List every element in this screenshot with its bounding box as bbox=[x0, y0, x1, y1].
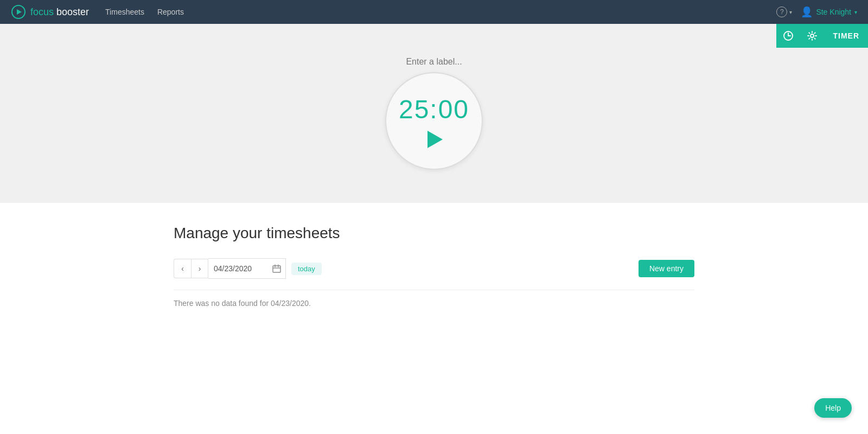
gear-icon bbox=[807, 30, 818, 41]
help-float-btn[interactable]: Help bbox=[814, 398, 852, 418]
question-icon: ? bbox=[776, 7, 787, 17]
no-data-message: There was no data found for 04/23/2020. bbox=[174, 299, 694, 308]
user-dropdown-arrow: ▾ bbox=[854, 9, 857, 15]
timer-section: 25:00 bbox=[0, 24, 868, 203]
section-title: Manage your timesheets bbox=[174, 225, 694, 242]
nav-reports[interactable]: Reports bbox=[157, 8, 184, 16]
help-dropdown-btn[interactable]: ? ▾ bbox=[776, 7, 792, 17]
brand-text: focus booster bbox=[30, 7, 89, 18]
clock-icon bbox=[783, 30, 794, 41]
nav-links: Timesheets Reports bbox=[105, 8, 184, 16]
timer-mode-btn[interactable]: TIMER bbox=[824, 24, 868, 48]
user-name: Ste Knight bbox=[816, 8, 851, 16]
timer-clock-btn[interactable] bbox=[776, 24, 800, 48]
timer-display: 25:00 bbox=[399, 94, 469, 124]
svg-point-5 bbox=[810, 34, 814, 37]
play-button[interactable] bbox=[425, 131, 443, 148]
play-icon bbox=[427, 131, 443, 148]
today-badge[interactable]: today bbox=[291, 263, 322, 275]
new-entry-btn[interactable]: New entry bbox=[639, 260, 694, 277]
timer-label-input[interactable] bbox=[353, 57, 515, 67]
brand-logo-icon bbox=[11, 4, 26, 20]
help-dropdown-arrow: ▾ bbox=[789, 9, 792, 15]
user-icon: 👤 bbox=[801, 6, 813, 18]
date-input[interactable] bbox=[208, 259, 268, 278]
calendar-icon-btn[interactable] bbox=[268, 259, 285, 278]
nav-timesheets[interactable]: Timesheets bbox=[105, 8, 144, 16]
calendar-icon bbox=[272, 264, 281, 273]
prev-date-btn[interactable]: ‹ bbox=[174, 259, 191, 278]
svg-rect-6 bbox=[273, 266, 280, 272]
brand[interactable]: focus booster bbox=[11, 4, 89, 20]
timer-circle: 25:00 bbox=[385, 72, 483, 170]
main-content: Manage your timesheets ‹ › today New ent… bbox=[0, 203, 868, 434]
divider bbox=[174, 290, 694, 290]
settings-btn[interactable] bbox=[800, 24, 824, 48]
date-input-wrapper bbox=[208, 258, 286, 279]
date-row: ‹ › today New entry bbox=[174, 258, 694, 279]
navbar: focus booster Timesheets Reports ? ▾ 👤 S… bbox=[0, 0, 868, 24]
timer-toolbar: TIMER bbox=[776, 24, 868, 48]
user-menu-btn[interactable]: 👤 Ste Knight ▾ bbox=[801, 6, 857, 18]
svg-marker-1 bbox=[17, 9, 22, 15]
next-date-btn[interactable]: › bbox=[191, 259, 208, 278]
navbar-right: ? ▾ 👤 Ste Knight ▾ bbox=[776, 6, 857, 18]
